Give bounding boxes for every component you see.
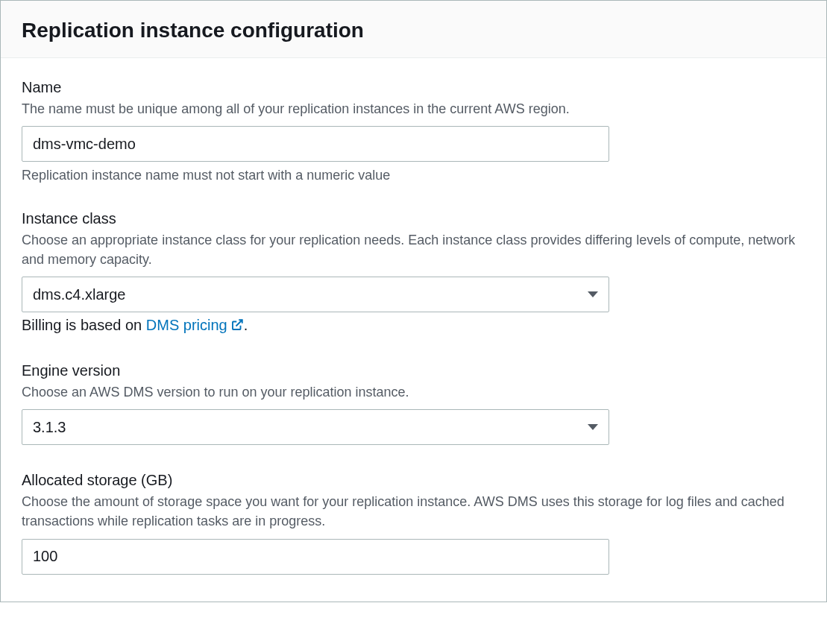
instance-class-label: Instance class bbox=[22, 210, 805, 227]
allocated-storage-input[interactable] bbox=[22, 539, 609, 575]
instance-class-select[interactable]: dms.c4.xlarge bbox=[22, 277, 609, 312]
billing-prefix: Billing is based on bbox=[22, 317, 146, 333]
billing-suffix: . bbox=[244, 317, 248, 333]
engine-version-field: Engine version Choose an AWS DMS version… bbox=[22, 362, 805, 445]
name-field: Name The name must be unique among all o… bbox=[22, 79, 805, 183]
name-hint: Replication instance name must not start… bbox=[22, 168, 805, 183]
engine-version-select[interactable]: 3.1.3 bbox=[22, 409, 609, 445]
panel-body: Name The name must be unique among all o… bbox=[1, 58, 826, 602]
external-link-icon bbox=[230, 318, 244, 335]
panel-header: Replication instance configuration bbox=[1, 1, 826, 58]
allocated-storage-label: Allocated storage (GB) bbox=[22, 472, 805, 489]
panel-title: Replication instance configuration bbox=[22, 19, 805, 42]
instance-class-description: Choose an appropriate instance class for… bbox=[22, 230, 805, 269]
engine-version-label: Engine version bbox=[22, 362, 805, 379]
replication-instance-config-panel: Replication instance configuration Name … bbox=[0, 0, 827, 602]
name-description: The name must be unique among all of you… bbox=[22, 99, 805, 119]
billing-note: Billing is based on DMS pricing. bbox=[22, 317, 805, 335]
allocated-storage-description: Choose the amount of storage space you w… bbox=[22, 492, 805, 531]
engine-version-selected-value: 3.1.3 bbox=[33, 419, 66, 436]
allocated-storage-field: Allocated storage (GB) Choose the amount… bbox=[22, 472, 805, 574]
instance-class-selected-value: dms.c4.xlarge bbox=[33, 286, 126, 303]
instance-class-field: Instance class Choose an appropriate ins… bbox=[22, 210, 805, 335]
dms-pricing-link[interactable]: DMS pricing bbox=[146, 317, 244, 333]
name-input[interactable] bbox=[22, 126, 609, 162]
engine-version-description: Choose an AWS DMS version to run on your… bbox=[22, 382, 805, 402]
name-label: Name bbox=[22, 79, 805, 96]
